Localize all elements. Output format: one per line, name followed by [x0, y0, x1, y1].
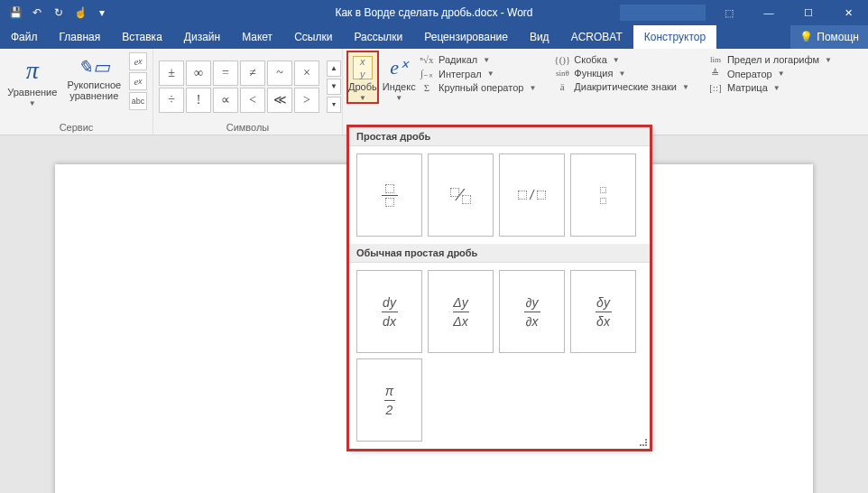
bracket-button[interactable]: {()}Скобка▼ — [554, 54, 689, 65]
gallery-resize-handle[interactable] — [640, 439, 647, 446]
symbol-cell[interactable]: ± — [159, 60, 184, 86]
symbol-cell[interactable]: ≠ — [240, 60, 265, 86]
chevron-down-icon: ▼ — [487, 70, 494, 78]
fraction-label: Дробь — [348, 81, 377, 92]
pi-icon: π — [26, 56, 39, 85]
symbol-cell[interactable]: ~ — [267, 60, 292, 86]
help-tell-me[interactable]: 💡 Помощн — [790, 25, 868, 49]
chevron-down-icon: ▼ — [618, 70, 625, 78]
tab-view[interactable]: Вид — [519, 25, 560, 49]
normal-text-button[interactable]: abc — [129, 92, 147, 110]
integral-button[interactable]: ∫₋ₓИнтеграл▼ — [419, 68, 536, 79]
bulb-icon: 💡 — [799, 31, 813, 43]
fraction-delta-y-x[interactable]: ΔyΔx — [428, 270, 494, 353]
accent-icon: ä — [554, 81, 570, 92]
symbols-scroll-up[interactable]: ▲ — [327, 60, 341, 77]
maximize-button[interactable]: ☐ — [789, 0, 828, 25]
fraction-stacked[interactable] — [356, 153, 422, 237]
sigma-icon: Σ — [419, 82, 435, 93]
function-icon: sinθ — [554, 69, 570, 78]
tab-file[interactable]: Файл — [0, 25, 49, 49]
radical-icon: ⁿ√x — [419, 54, 435, 65]
tab-insert[interactable]: Вставка — [111, 25, 173, 49]
tab-design[interactable]: Дизайн — [173, 25, 231, 49]
tools-group-label: Сервис — [5, 120, 147, 133]
tab-designer[interactable]: Конструктор — [633, 25, 716, 49]
script-label: Индекс — [383, 81, 416, 92]
ink-icon: ✎▭ — [78, 56, 110, 78]
chevron-down-icon: ▼ — [773, 84, 780, 92]
symbol-cell[interactable]: ≪ — [267, 88, 292, 113]
symbol-cell[interactable]: = — [213, 60, 238, 86]
chevron-down-icon: ▼ — [359, 94, 366, 102]
chevron-down-icon: ▼ — [778, 70, 785, 78]
ink-label: Рукописное уравнение — [65, 79, 124, 101]
titlebar: 💾 ↶ ↻ ☝ ▾ Как в Ворде сделать дробь.docx… — [0, 0, 868, 25]
symbol-cell[interactable]: ! — [186, 88, 211, 113]
fraction-partial-y-x[interactable]: ∂y∂x — [499, 270, 565, 353]
ribbon-options-button[interactable]: ⬚ — [709, 0, 749, 25]
linear-format-button[interactable]: ex — [129, 72, 147, 90]
script-button[interactable]: eˣ Индекс ▼ — [383, 52, 416, 102]
account-box[interactable] — [620, 5, 706, 21]
symbol-cell[interactable]: × — [294, 60, 319, 86]
symbol-cell[interactable]: < — [240, 88, 265, 113]
symbol-cell[interactable]: ∞ — [186, 60, 211, 86]
menu-bar: Файл Главная Вставка Дизайн Макет Ссылки… — [0, 25, 868, 49]
limit-button[interactable]: limПредел и логарифм▼ — [707, 54, 832, 65]
chevron-down-icon: ▼ — [395, 94, 402, 102]
radical-button[interactable]: ⁿ√xРадикал▼ — [419, 54, 536, 65]
fraction-icon: xy — [353, 56, 373, 79]
matrix-icon: [::] — [707, 82, 724, 93]
fraction-button[interactable]: xy Дробь ▼ — [348, 52, 377, 102]
chevron-down-icon: ▼ — [29, 99, 36, 107]
symbol-cell[interactable]: ∝ — [213, 88, 238, 113]
symbols-more[interactable]: ▾ — [327, 97, 341, 113]
ink-equation-button[interactable]: ✎▭ Рукописное уравнение — [65, 52, 124, 101]
save-icon[interactable]: 💾 — [5, 3, 25, 23]
fraction-pi-2[interactable]: π2 — [356, 358, 422, 442]
symbols-group-label: Символы — [159, 120, 337, 133]
fraction-small[interactable] — [570, 153, 636, 237]
gallery-section-header: Обычная простая дробь — [349, 244, 650, 263]
function-button[interactable]: sinθФункция▼ — [554, 68, 689, 79]
touch-icon[interactable]: ☝ — [70, 3, 90, 23]
ribbon: π Уравнение ▼ ✎▭ Рукописное уравнение ex… — [0, 49, 868, 135]
close-button[interactable]: ✕ — [828, 0, 868, 25]
equation-button[interactable]: π Уравнение ▼ — [5, 52, 60, 107]
fraction-skewed[interactable]: ∕ — [428, 153, 494, 237]
integral-icon: ∫₋ₓ — [419, 68, 435, 79]
minimize-button[interactable]: — — [749, 0, 789, 25]
equation-label: Уравнение — [7, 87, 57, 98]
symbol-cell[interactable]: > — [294, 88, 319, 113]
limit-icon: lim — [707, 55, 724, 64]
gallery-section-header: Простая дробь — [349, 127, 650, 146]
chevron-down-icon: ▼ — [613, 56, 620, 64]
tab-mailings[interactable]: Рассылки — [343, 25, 413, 49]
tab-review[interactable]: Рецензирование — [413, 25, 519, 49]
matrix-button[interactable]: [::]Матрица▼ — [707, 82, 832, 93]
window-title: Как в Ворде сделать дробь.docx - Word — [335, 6, 532, 19]
symbols-scroll-down[interactable]: ▼ — [327, 79, 341, 95]
professional-format-button[interactable]: ex — [129, 52, 147, 70]
symbol-cell[interactable]: ÷ — [159, 88, 184, 113]
symbols-grid: ± ∞ = ≠ ~ × ÷ ! ∝ < ≪ > — [159, 60, 319, 113]
tab-layout[interactable]: Макет — [231, 25, 283, 49]
chevron-down-icon: ▼ — [682, 83, 689, 91]
tab-references[interactable]: Ссылки — [283, 25, 343, 49]
operator-icon: ≜ — [707, 68, 724, 79]
operator-button[interactable]: ≜Оператор▼ — [707, 68, 832, 79]
bracket-icon: {()} — [554, 54, 570, 65]
fraction-linear[interactable]: / — [499, 153, 565, 237]
help-label: Помощн — [817, 31, 859, 43]
fraction-dy-dx[interactable]: dydx — [356, 270, 422, 353]
redo-icon[interactable]: ↻ — [49, 3, 69, 23]
fraction-var-delta-y-x[interactable]: δyδx — [570, 270, 636, 353]
large-operator-button[interactable]: ΣКрупный оператор▼ — [419, 82, 536, 93]
tab-home[interactable]: Главная — [49, 25, 112, 49]
qa-customize-icon[interactable]: ▾ — [92, 3, 112, 23]
chevron-down-icon: ▼ — [483, 56, 490, 64]
undo-icon[interactable]: ↶ — [27, 3, 47, 23]
tab-acrobat[interactable]: ACROBAT — [560, 25, 633, 49]
accent-button[interactable]: äДиакритические знаки▼ — [554, 81, 689, 92]
